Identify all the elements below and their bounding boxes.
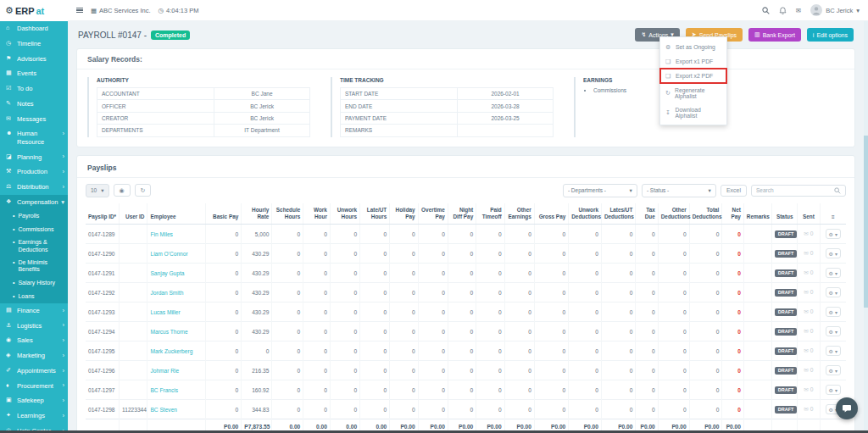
employee-link[interactable]: Liam O'Connor [150,251,187,257]
column-header-other-deductions[interactable]: Other Deductions [658,203,689,225]
employee-link[interactable]: Mark Zuckerberg [150,348,192,354]
column-header-hourly-rate[interactable]: Hourly Rate [242,203,272,225]
menu-item-export-x1-pdf[interactable]: ❏Export x1 PDF [660,54,726,69]
row-actions-button[interactable]: ⚙▾ [826,326,841,336]
sidebar-item-earnings-deductions[interactable]: •Earnings & Deductions [0,236,68,257]
sidebar-item-dashboard[interactable]: ⌂Dashboard [0,21,68,36]
employee-link[interactable]: Marcus Thorne [150,329,187,335]
sidebar-item-appointments[interactable]: ✐Appointments› [0,364,68,379]
sidebar-item-planning[interactable]: ◪Planning› [0,149,68,164]
sidebar-item-advisories[interactable]: ⚑Advisories [0,52,68,67]
mail-icon[interactable]: ✉ [796,7,801,14]
employee-link[interactable]: Johmar Rie [150,368,179,374]
column-header-late-ut-hours[interactable]: Late/UT Hours [360,203,390,225]
column-header-payslip-id[interactable]: Payslip ID* [86,203,120,225]
column-header-basic-pay[interactable]: Basic Pay [206,203,242,225]
column-header-gross-pay[interactable]: Gross Pay [534,203,568,225]
menu-item-download-alphalist[interactable]: ↧Download Alphalist [660,103,726,122]
sidebar-item-de-minimis-benefits[interactable]: •De Minimis Benefits [0,257,68,277]
amount-cell: 216.35 [242,361,272,380]
scrollbar-thumb[interactable] [864,136,868,308]
sidebar-item-loans[interactable]: •Loans [0,290,68,303]
column-header-unwork-deductions[interactable]: Unwork Deductions [569,203,602,225]
user-id-cell [120,283,147,303]
sidebar-item-compensation[interactable]: ❖Compensation▾ [0,195,68,210]
excel-export-button[interactable]: Excel [721,185,747,197]
column-header-other-earnings[interactable]: Other Earnings [504,203,534,225]
menu-item-export-x2-pdf[interactable]: ❏Export x2 PDF [660,69,726,83]
column-header-lates-ut-deductions[interactable]: Lates/UT Deductions [601,203,635,225]
employee-link[interactable]: Sanjay Gupta [150,270,184,276]
menu-item-regenerate-alphalist[interactable]: ↻Regenerate Alphalist [660,83,726,103]
column-header-tax-due[interactable]: Tax Due [636,203,658,225]
sidebar-item-marketing[interactable]: ◈Marketing› [0,348,68,364]
search-input[interactable] [756,187,831,193]
column-header-net-pay[interactable]: Net Pay [722,203,744,225]
column-header-schedule-hours[interactable]: Schedule Hours [272,203,303,225]
sidebar-item-procurement[interactable]: ♦Procurement› [0,378,68,393]
column-header-night-diff-pay[interactable]: Night Diff Pay [448,203,476,225]
row-actions-button[interactable]: ⚙▾ [826,385,841,395]
column-header-holiday-pay[interactable]: Holiday Pay [390,203,418,225]
sidebar-item-salary-history[interactable]: •Salary History [0,276,68,290]
employee-link[interactable]: BC Francis [150,387,178,393]
sidebar-item-commissions[interactable]: •Commissions [0,223,68,236]
brand-logo[interactable]: ⚙ ERPat [0,0,68,21]
column-header-overtime-pay[interactable]: Overtime Pay [418,203,448,225]
row-actions-button[interactable]: ⚙▾ [826,229,841,239]
sidebar-item-safekeep[interactable]: ▣Safekeep› [0,393,68,408]
row-actions-button[interactable]: ⚙▾ [826,287,841,297]
chat-fab-button[interactable] [836,397,858,419]
edit-options-button[interactable]: i Edit options [807,28,854,42]
row-actions-button[interactable]: ⚙▾ [826,346,841,356]
column-header-paid-timeoff[interactable]: Paid Timeoff [476,203,504,225]
row-actions-button[interactable]: ⚙▾ [826,365,841,375]
scrollbar-track[interactable] [864,21,868,430]
sidebar-item-learnings[interactable]: ✦Learnings› [0,408,68,424]
sidebar-item-label: Dashboard [17,25,48,32]
per-page-select[interactable]: 10▾ [86,184,109,197]
columns-menu-icon[interactable]: ≡ [820,203,846,225]
column-header-status[interactable]: Status [772,203,798,225]
column-header-employee[interactable]: Employee [147,203,206,225]
sidebar-item-logistics[interactable]: ⚓Logistics› [0,318,68,333]
notifications-bell-icon[interactable] [779,7,787,14]
column-header-unwork-hours[interactable]: Unwork Hours [330,203,359,225]
search-icon[interactable] [762,7,770,14]
column-header-sent[interactable]: Sent [798,203,820,225]
departments-filter-select[interactable]: - Departments -▾ [563,184,637,197]
status-filter-select[interactable]: - Status -▾ [642,184,716,197]
row-actions-button[interactable]: ⚙▾ [826,248,841,258]
sidebar-item-timeline[interactable]: ◷Timeline [0,36,68,52]
column-header-remarks[interactable]: Remarks [743,203,771,225]
refresh-button[interactable]: ↻ [135,184,152,197]
sidebar-item-events[interactable]: ▦Events [0,66,68,81]
sidebar-item-to-do[interactable]: ☑To do [0,81,68,97]
sidebar-item-messages[interactable]: ✉Messages [0,112,68,127]
row-actions-button[interactable]: ⚙▾ [826,268,841,278]
employee-link[interactable]: Jordan Smith [150,290,183,296]
amount-cell: 0 [418,283,448,303]
employee-link[interactable]: BC Steven [150,407,177,413]
sidebar-item-notes[interactable]: ✎Notes [0,97,68,112]
menu-item-set-as-ongoing[interactable]: ⚙Set as Ongoing [660,40,726,54]
sidebar-item-payrolls[interactable]: •Payrolls [0,209,68,223]
record-label: ACCOUNTANT [97,88,214,100]
sidebar-item-human-resource[interactable]: ☻Human Resource› [0,126,68,149]
menu-toggle-icon[interactable] [76,8,83,14]
column-header-total-deductions[interactable]: Total Deductions [689,203,722,225]
amount-cell: 0 [303,283,331,303]
employee-link[interactable]: Lucas Miller [150,309,180,315]
sidebar-item-finance[interactable]: ▤Finance› [0,303,68,319]
toggle-columns-eye-button[interactable]: ◉ [114,184,131,197]
employee-link[interactable]: Fin Miles [150,231,172,237]
column-header-work-hour[interactable]: Work Hour [303,203,331,225]
user-menu[interactable]: BC Jerick ▾ [810,4,860,16]
bullet-icon: • [13,293,14,300]
bank-export-button[interactable]: ▥ Bank Export [748,28,801,42]
column-header-user-id[interactable]: User ID [120,203,147,225]
sidebar-item-sales[interactable]: ◉Sales› [0,333,68,348]
sidebar-item-production[interactable]: ⚒Production› [0,164,68,180]
row-actions-button[interactable]: ⚙▾ [826,307,841,317]
sidebar-item-distribution[interactable]: ⚖Distribution› [0,180,68,195]
